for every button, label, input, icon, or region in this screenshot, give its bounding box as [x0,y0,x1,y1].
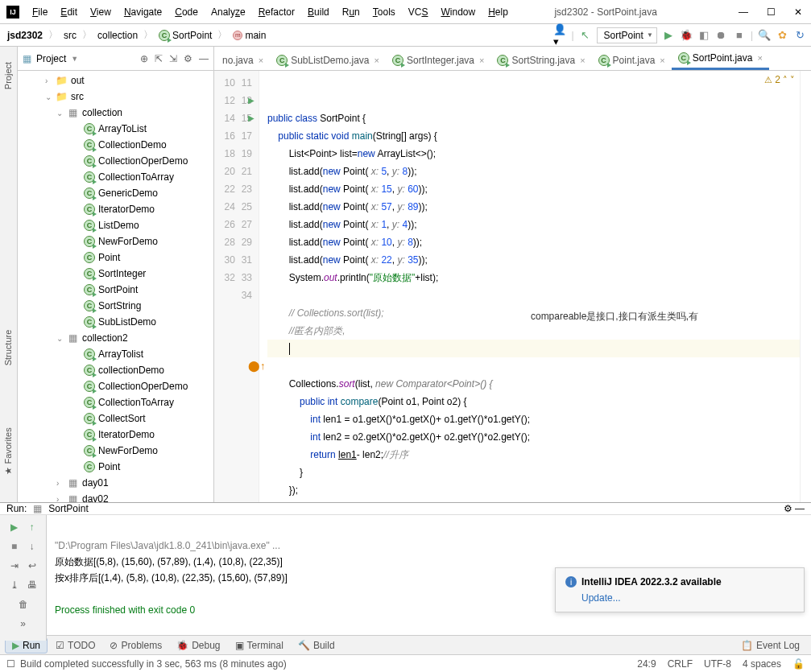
tree-file-SortString[interactable]: CSortString [18,298,213,314]
project-tab-vertical[interactable]: Project [0,62,33,89]
run-settings-icon[interactable]: ⚙ — [784,503,805,514]
run-config-combo[interactable]: SortPoint [597,27,657,43]
coverage-button[interactable]: ◧ [697,29,710,42]
run-up-button[interactable]: ↑ [25,520,39,534]
code-editor[interactable]: public class SortPoint { public static v… [259,71,811,502]
profile-button[interactable]: ⏺ [715,29,728,42]
caret-pos[interactable]: 24:9 [637,658,656,670]
tree-file-SortInteger[interactable]: CSortInteger [18,266,213,282]
debug-button[interactable]: 🐞 [680,29,693,42]
expand-icon[interactable]: ⇱ [155,53,163,64]
menu-run[interactable]: Run [336,6,366,18]
sync-icon[interactable]: ↻ [793,29,806,42]
tree-file-ListDemo[interactable]: CListDemo [18,217,213,233]
menu-tools[interactable]: Tools [366,6,402,18]
editor-tab-SortInteger[interactable]: CSortInteger.java× [386,51,491,70]
menu-code[interactable]: Code [168,6,205,18]
tree-file-CollectionDemo[interactable]: CCollectionDemo [18,137,213,153]
menu-help[interactable]: Help [482,6,515,18]
project-tree[interactable]: ›📁out ⌄📁src ⌄▦collection CArrayToListCCo… [18,71,213,502]
tree-file-CollectionToArray[interactable]: CCollectionToArray [18,394,213,410]
tree-file-ArrayToList[interactable]: CArrayToList [18,121,213,137]
tab-close-icon[interactable]: × [479,56,484,65]
error-stripe[interactable] [800,71,811,502]
editor-tab-SubListDemo[interactable]: CSubListDemo.java× [270,51,386,70]
menu-navigate[interactable]: Navigate [118,6,168,18]
bc-project[interactable]: jsd2302 [5,30,45,41]
tab-close-icon[interactable]: × [374,56,379,65]
editor-tab-SortPoint[interactable]: CSortPoint.java× [672,48,769,70]
gear-icon[interactable]: ⚙ [184,53,192,64]
menu-build[interactable]: Build [301,6,336,18]
stop-run-button[interactable]: ■ [7,539,22,554]
project-header-label[interactable]: Project [36,53,66,64]
print-button[interactable]: 🖶 [25,578,39,592]
tab-close-icon[interactable]: × [259,56,263,65]
editor-tab-Point[interactable]: CPoint.java× [592,51,672,70]
tab-close-icon[interactable]: × [580,56,585,65]
menu-vcs[interactable]: VCS [402,6,435,18]
menu-edit[interactable]: Edit [54,6,84,18]
tree-file-IteratorDemo[interactable]: CIteratorDemo [18,201,213,217]
menu-window[interactable]: Window [434,6,482,18]
menu-file[interactable]: File [26,6,54,18]
close-button[interactable]: ✕ [792,6,805,18]
tree-file-Point[interactable]: CPoint [18,459,213,475]
more-button[interactable]: » [16,616,31,631]
maximize-button[interactable]: ☐ [764,6,777,18]
tab-close-icon[interactable]: × [660,56,664,65]
tree-file-NewForDemo[interactable]: CNewForDemo [18,233,213,249]
bc-method[interactable]: mmain [230,30,268,41]
tree-file-ArrayTolist[interactable]: CArrayTolist [18,346,213,362]
lock-icon[interactable]: 🔓 [792,658,805,670]
indent[interactable]: 4 spaces [743,658,781,670]
tree-src[interactable]: ⌄📁src [18,89,213,105]
run-down-button[interactable]: ↓ [25,539,39,554]
minimize-button[interactable]: — [737,6,750,18]
scroll-button[interactable]: ⤓ [7,578,22,592]
tree-day02[interactable]: ›▦day02 [18,491,213,502]
tree-file-GenericDemo[interactable]: CGenericDemo [18,185,213,201]
exit-button[interactable]: ⇥ [7,559,22,573]
hide-icon[interactable]: — [199,53,209,64]
bc-class[interactable]: CSortPoint [156,30,214,41]
structure-tab-vertical[interactable]: Structure [0,330,33,366]
tree-file-collectionDemo[interactable]: CcollectionDemo [18,362,213,378]
soft-wrap-button[interactable]: ↩ [25,559,39,573]
editor-tab-no[interactable]: no.java× [216,51,270,70]
user-icon[interactable]: 👤▾ [553,29,566,42]
hammer-icon[interactable]: ↖ [579,29,592,42]
tree-day01[interactable]: ›▦day01 [18,475,213,491]
bc-package[interactable]: collection [95,30,140,41]
run-target[interactable]: SortPoint [48,503,88,514]
trash-button[interactable]: 🗑 [16,597,31,612]
search-icon[interactable]: 🔍 [758,29,771,42]
menu-refactor[interactable]: Refactor [252,6,301,18]
rerun-button[interactable]: ▶ [7,520,22,534]
favorites-tab-vertical[interactable]: ★ Favorites [0,427,33,474]
scope-icon[interactable]: ⊕ [140,53,148,64]
warnings-badge[interactable]: ⚠ 2 ˄ ˅ [764,74,795,85]
tree-file-CollectionOperDemo[interactable]: CCollectionOperDemo [18,153,213,169]
editor-tab-SortString[interactable]: CSortString.java× [490,51,591,70]
tree-file-CollectionOperDemo[interactable]: CCollectionOperDemo [18,378,213,394]
line-sep[interactable]: CRLF [668,658,693,670]
tree-file-SubListDemo[interactable]: CSubListDemo [18,314,213,330]
tree-out[interactable]: ›📁out [18,72,213,89]
update-link[interactable]: Update... [581,592,621,604]
bc-src[interactable]: src [61,30,79,41]
menu-view[interactable]: View [84,6,118,18]
run-button[interactable]: ▶ [662,29,675,42]
menu-analyze[interactable]: Analyze [205,6,252,18]
tree-file-CollectionToArray[interactable]: CCollectionToArray [18,169,213,185]
collapse-icon[interactable]: ⇲ [169,53,177,64]
tree-file-Point[interactable]: CPoint [18,249,213,266]
tree-collection2[interactable]: ⌄▦collection2 [18,330,213,346]
stop-button[interactable]: ■ [733,29,746,42]
settings-icon[interactable]: ✿ [776,29,788,42]
tab-close-icon[interactable]: × [757,53,762,63]
tree-file-SortPoint[interactable]: CSortPoint [18,282,213,298]
tree-file-IteratorDemo[interactable]: CIteratorDemo [18,427,213,443]
tree-file-CollectSort[interactable]: CCollectSort [18,410,213,427]
encoding[interactable]: UTF-8 [704,658,731,670]
